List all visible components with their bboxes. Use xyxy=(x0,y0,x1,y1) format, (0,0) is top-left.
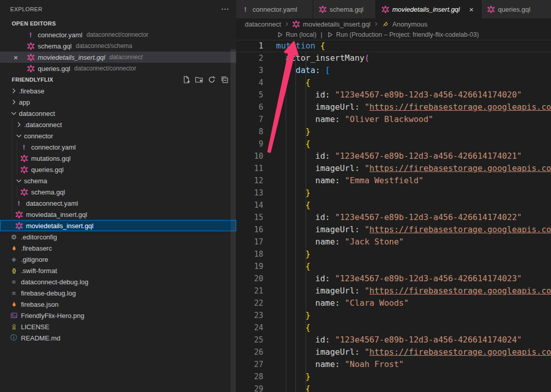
open-editors-header[interactable]: OPEN EDITORS xyxy=(0,18,236,29)
code-line-1[interactable]: 1mutation { xyxy=(236,40,551,52)
tree-item-README.md[interactable]: ⓘREADME.md xyxy=(0,332,236,344)
line-number: 22 xyxy=(236,297,263,309)
line-number: 2 xyxy=(236,52,263,64)
tree-item-dataconnect[interactable]: dataconnect xyxy=(0,108,236,119)
code-line-14[interactable]: 14 { xyxy=(236,199,551,211)
file-name: connector.yaml xyxy=(38,31,82,39)
code-line-content: name: "Clara Woods" xyxy=(263,297,409,309)
tree-item-app[interactable]: app xyxy=(0,96,236,108)
code-line-8[interactable]: 8 } xyxy=(236,126,551,138)
tree-item-.gitignore[interactable]: ◈.gitignore xyxy=(0,254,236,265)
tree-item-LICENSE[interactable]: LICENSE xyxy=(0,321,236,332)
open-editor-item-connector.yaml[interactable]: !connector.yamldataconnect/connector xyxy=(0,29,236,40)
tree-item-connector.yaml[interactable]: !connector.yaml xyxy=(0,141,236,153)
tree-item-dataconnect-debug.log[interactable]: ≡dataconnect-debug.log xyxy=(0,276,236,287)
code-line-content: name: "Oliver Blackwood" xyxy=(263,113,433,126)
tree-item-mutations.gql[interactable]: mutations.gql xyxy=(0,153,236,164)
codelens-run-local[interactable]: Run (local) xyxy=(276,30,316,41)
code-line-5[interactable]: 5 id: "123e4567-e89b-12d3-a456-426614174… xyxy=(236,89,551,101)
code-editor[interactable]: Run (local) | Run (Production – Project:… xyxy=(236,30,551,392)
tree-item-moviedetails_insert.gql[interactable]: moviedetails_insert.gql xyxy=(0,220,236,231)
tab-schema.gql[interactable]: schema.gql xyxy=(313,0,376,18)
breadcrumb-item-dataconnect[interactable]: dataconnect xyxy=(245,20,281,28)
code-line-13[interactable]: 13 } xyxy=(236,187,551,199)
code-line-6[interactable]: 6 imageUrl: "https://firebasestorage.goo… xyxy=(236,101,551,113)
sidebar-scrollbar[interactable] xyxy=(231,49,236,392)
code-line-28[interactable]: 28 } xyxy=(236,371,551,383)
breadcrumb-item-Anonymous[interactable]: Anonymous xyxy=(382,20,428,28)
code-line-29[interactable]: 29 { xyxy=(236,383,551,392)
code-line-10[interactable]: 10 id: "123e4567-e89b-12d3-a456-42661417… xyxy=(236,150,551,162)
tree-item-FriendlyFlix-Hero.png[interactable]: FriendlyFlix-Hero.png xyxy=(0,310,236,321)
close-icon[interactable]: × xyxy=(467,5,476,14)
workspace-header[interactable]: FRIENDLYFLIX xyxy=(0,74,236,85)
open-editor-item-schema.gql[interactable]: schema.gqldataconnect/schema xyxy=(0,40,236,52)
tree-indent-guide xyxy=(12,175,12,186)
code-line-27[interactable]: 27 name: "Noah Frost" xyxy=(236,358,551,371)
tree-item-label: firebase.json xyxy=(21,301,59,308)
file-name: schema.gql xyxy=(38,42,71,50)
code-line-4[interactable]: 4 { xyxy=(236,77,551,89)
tree-item-connector[interactable]: connector xyxy=(0,130,236,141)
code-line-16[interactable]: 16 imageUrl: "https://firebasestorage.go… xyxy=(236,224,551,236)
tree-item-.editorconfig[interactable]: ⚙.editorconfig xyxy=(0,231,236,242)
code-line-19[interactable]: 19 { xyxy=(236,260,551,273)
code-line-7[interactable]: 7 name: "Oliver Blackwood" xyxy=(236,113,551,126)
code-line-22[interactable]: 22 name: "Clara Woods" xyxy=(236,297,551,309)
tab-moviedetails_insert.gql[interactable]: moviedetails_insert.gql× xyxy=(376,0,482,18)
code-line-12[interactable]: 12 name: "Emma Westfield" xyxy=(236,175,551,187)
tree-item-firebase.json[interactable]: firebase.json xyxy=(0,299,236,310)
new-folder-icon[interactable] xyxy=(195,76,203,84)
open-editor-item-queries.gql[interactable]: queries.gqldataconnect/connector xyxy=(0,63,236,74)
tree-item-schema.gql[interactable]: schema.gql xyxy=(0,186,236,198)
refresh-icon[interactable] xyxy=(208,76,216,84)
line-number: 24 xyxy=(236,322,263,334)
code-line-25[interactable]: 25 id: "123e4567-e89b-12d3-a456-42661417… xyxy=(236,334,551,346)
log-icon: ≡ xyxy=(10,278,18,286)
tab-connector.yaml[interactable]: !connector.yaml xyxy=(236,0,313,18)
code-line-content: { xyxy=(263,383,310,392)
code-line-2[interactable]: 2 actor_insertMany( xyxy=(236,52,551,64)
code-line-17[interactable]: 17 name: "Jack Stone" xyxy=(236,236,551,248)
tab-queries.gql[interactable]: queries.gql xyxy=(482,0,551,18)
tree-item-schema[interactable]: schema xyxy=(0,175,236,186)
code-line-21[interactable]: 21 imageUrl: "https://firebasestorage.go… xyxy=(236,285,551,297)
tree-item-label: FriendlyFlix-Hero.png xyxy=(21,312,84,320)
collapse-all-icon[interactable] xyxy=(220,76,229,84)
tree-item-.dataconnect[interactable]: .dataconnect xyxy=(0,119,236,130)
code-line-18[interactable]: 18 } xyxy=(236,248,551,260)
code-line-23[interactable]: 23 } xyxy=(236,309,551,322)
code-line-15[interactable]: 15 id: "123e4567-e89b-12d3-a456-42661417… xyxy=(236,211,551,224)
tree-item-label: connector.yaml xyxy=(31,143,76,151)
tree-item-queries.gql[interactable]: queries.gql xyxy=(0,164,236,175)
line-number: 25 xyxy=(236,334,263,346)
tab-bar: !connector.yamlschema.gqlmoviedetails_in… xyxy=(236,0,551,18)
code-line-11[interactable]: 11 imageUrl: "https://firebasestorage.go… xyxy=(236,162,551,175)
tree-indent-guide xyxy=(17,164,17,175)
code-line-9[interactable]: 9 { xyxy=(236,138,551,150)
line-number: 21 xyxy=(236,285,263,297)
code-line-24[interactable]: 24 { xyxy=(236,322,551,334)
new-file-icon[interactable] xyxy=(182,76,190,84)
code-line-content: { xyxy=(263,77,310,89)
tree-item-dataconnect.yaml[interactable]: !dataconnect.yaml xyxy=(0,198,236,209)
tree-item-label: mutations.gql xyxy=(31,155,70,162)
more-actions-icon[interactable]: ⋯ xyxy=(221,7,229,12)
codelens-run-production[interactable]: Run (Production – Project: friendly-flix… xyxy=(327,30,479,41)
open-editor-item-moviedetails_insert.gql[interactable]: ×moviedetails_insert.gqldataconnect xyxy=(0,52,236,63)
breadcrumb-item-moviedetails_insert.gql[interactable]: moviedetails_insert.gql xyxy=(292,20,370,28)
warning-icon: ! xyxy=(241,5,249,13)
tree-item-label: firebase-debug.log xyxy=(21,289,76,297)
chevron-right-icon xyxy=(284,21,290,27)
codelens-row: Run (local) | Run (Production – Project:… xyxy=(236,30,551,40)
tree-item-.swift-format[interactable]: {}.swift-format xyxy=(0,265,236,276)
tree-item-.firebase[interactable]: .firebase xyxy=(0,85,236,96)
code-line-26[interactable]: 26 imageUrl: "https://firebasestorage.go… xyxy=(236,346,551,358)
tree-item-.firebaserc[interactable]: .firebaserc xyxy=(0,242,236,254)
line-number: 9 xyxy=(236,138,263,150)
code-line-20[interactable]: 20 id: "123e4567-e89b-12d3-a456-42661417… xyxy=(236,273,551,285)
code-line-3[interactable]: 3 data: [ xyxy=(236,64,551,77)
tree-item-firebase-debug.log[interactable]: ≡firebase-debug.log xyxy=(0,287,236,299)
tree-item-moviedata_insert.gql[interactable]: moviedata_insert.gql xyxy=(0,209,236,220)
close-icon[interactable]: × xyxy=(11,52,20,63)
